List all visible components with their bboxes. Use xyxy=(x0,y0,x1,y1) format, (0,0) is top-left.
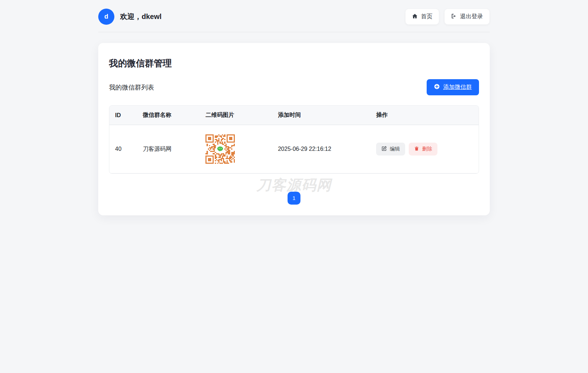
logout-button[interactable]: 退出登录 xyxy=(444,9,490,25)
home-button-label: 首页 xyxy=(421,13,432,20)
wechat-logo-icon xyxy=(216,145,224,153)
delete-button[interactable]: 删除 xyxy=(409,143,437,156)
plus-circle-icon xyxy=(434,83,440,91)
pagination-page-1[interactable]: 1 xyxy=(288,192,300,205)
list-label: 我的微信群列表 xyxy=(109,83,154,92)
cell-actions: 编辑 删除 xyxy=(370,125,479,173)
top-header: d 欢迎，dkewl 首页 退 xyxy=(98,0,490,32)
logout-icon xyxy=(451,13,457,20)
add-wechat-group-button[interactable]: 添加微信群 xyxy=(427,79,479,95)
edit-button[interactable]: 编辑 xyxy=(376,143,405,156)
header-actions: 首页 退出登录 xyxy=(405,9,490,25)
group-table: ID 微信群名称 二维码图片 添加时间 操作 40 刀客源码网 xyxy=(109,105,479,174)
cell-added-time: 2025-06-29 22:16:12 xyxy=(272,125,370,173)
cell-id: 40 xyxy=(109,125,137,173)
table-header-row: ID 微信群名称 二维码图片 添加时间 操作 xyxy=(109,106,479,125)
cell-qrcode xyxy=(200,125,272,173)
home-button[interactable]: 首页 xyxy=(405,9,439,25)
home-icon xyxy=(412,13,418,20)
add-button-label: 添加微信群 xyxy=(443,83,472,91)
qr-code-image[interactable] xyxy=(205,134,235,164)
page-title: 我的微信群管理 xyxy=(109,57,479,69)
table-row: 40 刀客源码网 xyxy=(109,125,479,173)
card-footer: 刀客源码网 1 xyxy=(109,175,479,205)
toolbar: 我的微信群列表 添加微信群 xyxy=(109,79,479,95)
welcome-area: d 欢迎，dkewl xyxy=(98,9,162,25)
trash-icon xyxy=(414,146,419,152)
avatar: d xyxy=(98,9,114,25)
edit-button-label: 编辑 xyxy=(390,146,400,152)
column-header-actions: 操作 xyxy=(370,106,479,125)
page-container: d 欢迎，dkewl 首页 退 xyxy=(98,0,490,215)
column-header-id: ID xyxy=(109,106,137,125)
column-header-qrcode: 二维码图片 xyxy=(200,106,272,125)
wechat-group-panel: 我的微信群管理 我的微信群列表 添加微信群 xyxy=(98,43,490,215)
cell-group-name: 刀客源码网 xyxy=(137,125,200,173)
column-header-name: 微信群名称 xyxy=(137,106,200,125)
edit-icon xyxy=(381,146,387,152)
logout-button-label: 退出登录 xyxy=(460,13,483,20)
welcome-text: 欢迎，dkewl xyxy=(120,12,162,21)
delete-button-label: 删除 xyxy=(422,146,432,152)
column-header-time: 添加时间 xyxy=(272,106,370,125)
